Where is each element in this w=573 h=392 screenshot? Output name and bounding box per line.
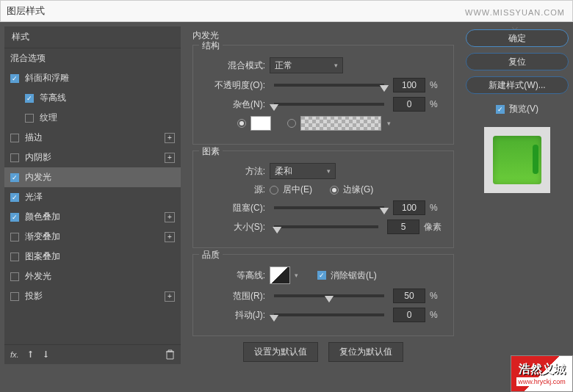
quality-title: 品质 xyxy=(199,249,223,261)
chevron-down-icon[interactable]: ▾ xyxy=(295,272,298,279)
gradient-radio[interactable] xyxy=(287,119,296,128)
settings-panel: 内发光 结构 混合模式: 正常▾ 不透明度(O): 100 % 杂色(N): 0… xyxy=(185,26,461,364)
opacity-input[interactable]: 100 xyxy=(393,78,425,92)
structure-title: 结构 xyxy=(199,40,223,52)
style-checkbox[interactable] xyxy=(25,114,34,123)
style-label: 描边 xyxy=(25,131,43,144)
style-checkbox[interactable]: ✓ xyxy=(25,94,34,103)
style-label: 纹理 xyxy=(40,112,57,124)
style-checkbox[interactable] xyxy=(10,233,19,242)
style-item[interactable]: ✓斜面和浮雕 xyxy=(4,68,181,88)
style-label: 投影 xyxy=(25,290,43,302)
jitter-slider[interactable] xyxy=(274,313,384,316)
style-checkbox[interactable]: ✓ xyxy=(10,74,19,83)
contour-label: 等高线: xyxy=(201,269,265,282)
range-label: 范围(R): xyxy=(201,290,265,302)
style-label: 颜色叠加 xyxy=(25,211,60,223)
sidebar-blend-options[interactable]: 混合选项 xyxy=(4,48,181,68)
style-item[interactable]: 内阴影+ xyxy=(4,148,181,167)
style-checkbox[interactable] xyxy=(10,253,19,261)
style-item[interactable]: 描边+ xyxy=(4,128,181,148)
source-center-radio[interactable] xyxy=(270,186,278,195)
action-panel: 确定 复位 新建样式(W)... ✓ 预览(V) xyxy=(466,26,569,364)
method-select[interactable]: 柔和▾ xyxy=(270,163,336,179)
range-input[interactable]: 50 xyxy=(393,288,425,303)
make-default-button[interactable]: 设置为默认值 xyxy=(243,342,318,362)
style-checkbox[interactable]: ✓ xyxy=(10,213,19,222)
style-label: 内阴影 xyxy=(25,151,51,164)
size-slider[interactable] xyxy=(274,225,378,228)
branding-url: WWW.MISSYUAN.COM xyxy=(465,8,565,17)
ok-button[interactable]: 确定 xyxy=(466,29,569,47)
style-item[interactable]: ✓内发光 xyxy=(4,167,181,187)
chevron-down-icon: ▾ xyxy=(327,167,331,175)
source-label: 源: xyxy=(201,184,265,196)
contour-picker[interactable] xyxy=(270,266,290,284)
arrow-up-icon[interactable]: 🠕 xyxy=(26,350,35,359)
add-icon[interactable]: + xyxy=(165,153,175,163)
blend-mode-select[interactable]: 正常▾ xyxy=(270,57,343,73)
style-item[interactable]: 纹理 xyxy=(4,108,181,128)
size-input[interactable]: 5 xyxy=(387,219,419,234)
noise-label: 杂色(N): xyxy=(201,98,265,111)
style-checkbox[interactable] xyxy=(10,134,19,142)
sidebar-header: 样式 xyxy=(4,26,181,48)
branding-forum: 思缘设计论坛 xyxy=(491,0,539,1)
size-label: 大小(S): xyxy=(201,221,265,233)
color-swatch[interactable] xyxy=(251,116,271,131)
jitter-input[interactable]: 0 xyxy=(393,308,425,322)
style-label: 外发光 xyxy=(25,270,51,283)
noise-input[interactable]: 0 xyxy=(393,97,425,112)
style-item[interactable]: 外发光 xyxy=(4,266,181,286)
choke-input[interactable]: 100 xyxy=(393,200,425,215)
choke-slider[interactable] xyxy=(274,206,384,209)
panel-title: 内发光 xyxy=(192,29,454,42)
reset-default-button[interactable]: 复位为默认值 xyxy=(328,342,403,362)
elements-title: 图素 xyxy=(199,145,223,158)
preview-checkbox[interactable]: ✓ xyxy=(496,105,505,114)
new-style-button[interactable]: 新建样式(W)... xyxy=(466,76,569,94)
source-edge-radio[interactable] xyxy=(330,186,339,195)
trash-icon[interactable] xyxy=(165,349,175,360)
dialog-title: 图层样式 xyxy=(7,4,45,18)
add-icon[interactable]: + xyxy=(165,133,175,143)
chevron-down-icon: ▾ xyxy=(334,62,338,69)
quality-group: 品质 等高线: ▾ ✓ 消除锯齿(L) 范围(R): 50 % 抖动(J): 0… xyxy=(192,254,454,336)
style-label: 光泽 xyxy=(25,191,43,203)
style-item[interactable]: ✓光泽 xyxy=(4,187,181,207)
preview-label: 预览(V) xyxy=(509,103,538,115)
gradient-swatch[interactable] xyxy=(300,116,381,131)
range-slider[interactable] xyxy=(274,294,384,297)
reset-button[interactable]: 复位 xyxy=(466,53,569,70)
style-checkbox[interactable]: ✓ xyxy=(10,173,19,182)
style-checkbox[interactable]: ✓ xyxy=(10,193,19,202)
style-checkbox[interactable] xyxy=(10,272,19,281)
color-radio[interactable] xyxy=(237,119,246,128)
add-icon[interactable]: + xyxy=(165,291,175,302)
styles-sidebar: 样式 混合选项 ✓斜面和浮雕✓等高线纹理描边+内阴影+✓内发光✓光泽✓颜色叠加+… xyxy=(4,26,181,364)
arrow-down-icon[interactable]: 🠗 xyxy=(42,350,50,359)
style-item[interactable]: 投影+ xyxy=(4,286,181,306)
style-item[interactable]: ✓等高线 xyxy=(4,88,181,108)
style-label: 渐变叠加 xyxy=(25,231,60,243)
fx-icon[interactable]: fx. xyxy=(10,350,19,359)
blend-mode-label: 混合模式: xyxy=(201,59,265,72)
opacity-label: 不透明度(O): xyxy=(201,79,265,92)
style-label: 内发光 xyxy=(25,171,51,184)
style-item[interactable]: 图案叠加 xyxy=(4,247,181,266)
style-checkbox[interactable] xyxy=(10,153,19,162)
preview-thumbnail xyxy=(484,127,550,193)
add-icon[interactable]: + xyxy=(165,232,175,242)
styles-list: ✓斜面和浮雕✓等高线纹理描边+内阴影+✓内发光✓光泽✓颜色叠加+渐变叠加+图案叠… xyxy=(4,68,181,344)
style-item[interactable]: ✓颜色叠加+ xyxy=(4,207,181,227)
opacity-slider[interactable] xyxy=(274,84,384,87)
sidebar-footer: fx. 🠕 🠗 xyxy=(4,344,181,364)
chevron-down-icon[interactable]: ▾ xyxy=(387,120,391,127)
style-item[interactable]: 渐变叠加+ xyxy=(4,227,181,247)
choke-label: 阻塞(C): xyxy=(201,202,265,214)
noise-slider[interactable] xyxy=(274,103,384,106)
antialias-checkbox[interactable]: ✓ xyxy=(317,271,326,280)
style-checkbox[interactable] xyxy=(10,292,19,301)
style-label: 等高线 xyxy=(40,92,66,104)
add-icon[interactable]: + xyxy=(165,212,175,222)
